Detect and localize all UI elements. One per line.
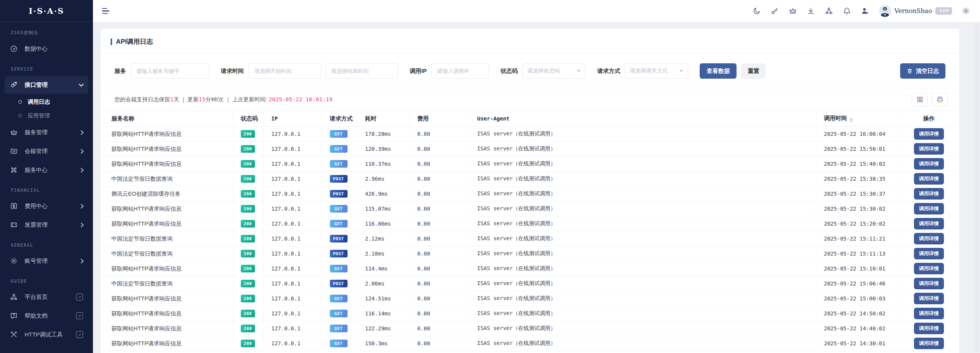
hub-icon[interactable] — [825, 7, 833, 15]
call-detail-button[interactable]: 调用详情 — [914, 248, 944, 259]
cell-fee: 0.00 — [409, 246, 469, 261]
cell-method-badge: GET — [322, 291, 357, 306]
bullet-ring-icon — [18, 100, 22, 104]
key-icon[interactable] — [771, 7, 779, 15]
status-code-badge: 200 — [241, 130, 255, 138]
call-detail-button[interactable]: 调用详情 — [914, 218, 944, 229]
start-time-input[interactable] — [248, 63, 321, 79]
cell-ip: 127.0.0.1 — [263, 142, 322, 157]
call-detail-button[interactable]: 调用详情 — [914, 278, 944, 289]
call-detail-button[interactable]: 调用详情 — [914, 338, 944, 349]
cell-call-time: 2025-05-22 15:10:01 — [816, 261, 901, 276]
ip-input[interactable] — [431, 63, 489, 79]
sidebar-item-服务管理[interactable]: 服务管理 — [5, 124, 88, 141]
user-star-icon[interactable] — [861, 7, 869, 15]
cell-ip: 127.0.0.1 — [263, 201, 322, 216]
call-detail-button[interactable]: 调用详情 — [914, 323, 944, 334]
cell-user-agent: ISAS server（在线测试调用） — [469, 306, 816, 321]
cell-user-agent: ISAS server（在线测试调用） — [469, 201, 816, 216]
settings-gear-icon[interactable] — [962, 7, 970, 15]
topbar-icons-slot — [753, 7, 869, 15]
cell-call-time: 2025-05-22 15:40:02 — [816, 157, 901, 172]
sidebar-item-平台首页[interactable]: 平台首页↗ — [5, 288, 88, 306]
sidebar-item-费用中心[interactable]: 费用中心 — [5, 197, 88, 215]
call-detail-button[interactable]: 调用详情 — [914, 308, 944, 319]
table-row: 获取网站HTTP请求响应信息200127.0.0.1GET120.39ms0.0… — [104, 142, 956, 157]
call-detail-button[interactable]: 调用详情 — [914, 128, 944, 140]
cell-method-badge: GET — [322, 261, 357, 276]
filter-status: 状态码 请选择状态码 — [500, 63, 586, 79]
column-settings-button[interactable] — [912, 93, 928, 106]
call-detail-button[interactable]: 调用详情 — [914, 173, 944, 185]
dollar-icon — [10, 202, 18, 210]
moon-icon[interactable] — [753, 7, 761, 15]
clear-log-button[interactable]: 清空日志 — [900, 63, 945, 79]
vip-badge: VIP — [935, 7, 952, 15]
column-header-调用时间[interactable]: 调用时间 — [816, 111, 901, 127]
column-header-耗时: 耗时 — [357, 111, 409, 127]
cell-user-agent: ISAS server（在线测试调用） — [469, 276, 816, 291]
service-keyword-input[interactable] — [131, 63, 209, 79]
download-icon[interactable] — [807, 7, 815, 15]
bell-icon[interactable] — [843, 7, 851, 15]
sidebar-subitem-调用日志[interactable]: 调用日志 — [0, 95, 93, 109]
status-select-placeholder: 请选择状态码 — [527, 68, 560, 74]
sidebar-item-接口管理[interactable]: 接口管理 — [5, 76, 88, 94]
sidebar-subitem-应用管理[interactable]: 应用管理 — [0, 109, 93, 122]
log-table: 服务名称状态码IP请求方式耗时费用User-Agent调用时间操作 获取网站HT… — [104, 111, 956, 351]
menu-toggle-icon[interactable] — [102, 8, 110, 14]
column-header-服务名称: 服务名称 — [104, 111, 233, 127]
column-settings-icon — [916, 96, 924, 103]
sidebar-item-会籍管理[interactable]: 会籍管理 — [5, 142, 88, 160]
end-time-input[interactable] — [325, 63, 398, 79]
cell-service-name: 获取网站HTTP请求响应信息 — [104, 321, 233, 336]
call-detail-button[interactable]: 调用详情 — [914, 203, 944, 214]
call-detail-button[interactable]: 调用详情 — [914, 263, 944, 274]
cell-action: 调用详情 — [901, 186, 956, 201]
call-detail-button[interactable]: 调用详情 — [914, 158, 944, 170]
cell-service-name: 中国法定节假日数据查询 — [104, 246, 233, 261]
cell-method-badge: GET — [322, 216, 357, 231]
table-row: 腾讯云EO创建清除缓存任务200127.0.0.1POST426.9ms0.00… — [104, 186, 956, 201]
cell-call-time: 2025-05-22 15:00:03 — [816, 291, 901, 306]
cell-ip: 127.0.0.1 — [263, 246, 322, 261]
cell-call-time: 2025-05-22 14:50:02 — [816, 306, 901, 321]
print-button[interactable] — [932, 93, 948, 106]
call-detail-button[interactable]: 调用详情 — [914, 233, 944, 244]
cell-status-badge: 200 — [233, 336, 263, 351]
content-card: API调用日志 服务 请求时间 调用IP 状态码 请选择状态码 — [101, 29, 959, 353]
reset-button[interactable]: 重置 — [741, 63, 766, 79]
cell-duration: 116.86ms — [357, 216, 409, 231]
retention-notice: 您的会籍支持日志保留1天 ｜ 更新15分钟/次 ｜ 上次更新时间: 2025-0… — [114, 96, 333, 103]
cell-call-time: 2025-05-22 14:30:01 — [816, 336, 901, 351]
sidebar-item-账号管理[interactable]: 账号管理 — [5, 252, 88, 270]
sidebar-item-帮助文档[interactable]: 帮助文档↗ — [5, 307, 88, 325]
user-menu[interactable]: VernonShao VIP — [879, 5, 952, 17]
sidebar-item-数据中心[interactable]: 数据中心 — [5, 40, 88, 58]
sidebar-item-发票管理[interactable]: 发票管理 — [5, 216, 88, 234]
sidebar-item-HTTP调试工具[interactable]: HTTP调试工具↗ — [5, 326, 88, 343]
dashboard-icon — [10, 45, 18, 53]
crown-icon[interactable] — [789, 7, 797, 15]
cell-fee: 0.00 — [409, 306, 469, 321]
call-detail-button[interactable]: 调用详情 — [914, 143, 944, 155]
call-detail-button[interactable]: 调用详情 — [914, 293, 944, 304]
request-method-select[interactable]: 请选择请求方式 — [625, 63, 688, 79]
call-detail-button[interactable]: 调用详情 — [914, 188, 944, 200]
topbar: VernonShao VIP — [93, 0, 980, 22]
sort-icon[interactable] — [850, 118, 853, 122]
filter-ip-label: 调用IP — [410, 68, 427, 75]
cell-fee: 0.00 — [409, 201, 469, 216]
tools-icon — [10, 331, 18, 338]
status-code-select[interactable]: 请选择状态码 — [522, 63, 586, 79]
cell-duration: 115.07ms — [357, 201, 409, 216]
scrollbar[interactable] — [975, 23, 979, 352]
chevron-right-icon — [79, 130, 84, 135]
sidebar-item-服务中心[interactable]: 服务中心 — [5, 161, 88, 179]
search-button[interactable]: 查看数据 — [700, 63, 737, 79]
cell-ip: 127.0.0.1 — [263, 336, 322, 351]
cell-status-badge: 200 — [233, 276, 263, 291]
status-code-badge: 200 — [241, 220, 255, 228]
cell-ip: 127.0.0.1 — [263, 261, 322, 276]
external-link-icon: ↗ — [76, 294, 83, 300]
